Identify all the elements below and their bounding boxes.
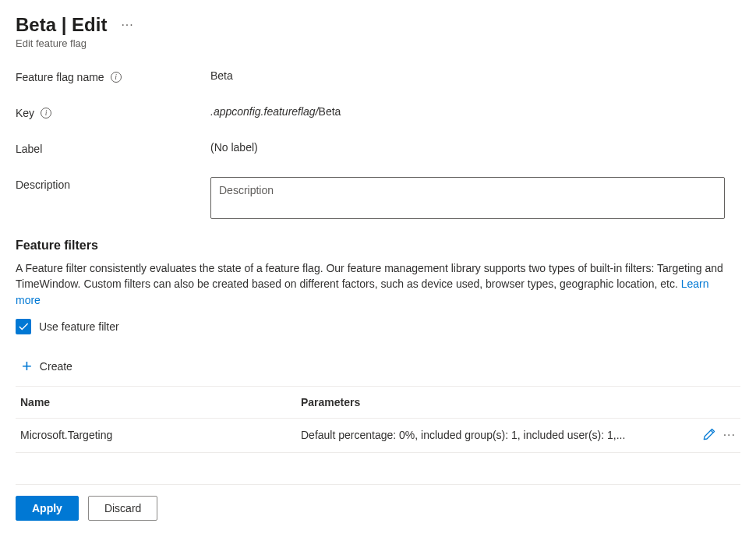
table-row[interactable]: Microsoft.Targeting Default percentage: … <box>16 418 740 452</box>
info-icon[interactable]: i <box>41 108 51 118</box>
flag-name-label: Feature flag name <box>16 71 104 83</box>
flag-name-value: Beta <box>210 69 740 82</box>
discard-button[interactable]: Discard <box>88 496 157 521</box>
check-icon <box>18 321 29 332</box>
create-label: Create <box>40 360 72 373</box>
col-header-parameters: Parameters <box>296 387 686 419</box>
info-icon[interactable]: i <box>111 72 122 83</box>
filter-name-cell: Microsoft.Targeting <box>16 418 296 452</box>
col-header-actions <box>686 387 740 419</box>
plus-icon: + <box>22 358 32 375</box>
filter-params-cell: Default percentage: 0%, included group(s… <box>296 418 686 452</box>
footer-bar: Apply Discard <box>16 484 740 532</box>
edit-icon[interactable] <box>703 428 715 443</box>
label-value: (No label) <box>210 141 740 154</box>
use-filter-label: Use feature filter <box>39 320 119 333</box>
filters-description: A Feature filter consistently evaluates … <box>16 260 733 308</box>
page-subtitle: Edit feature flag <box>16 37 740 49</box>
create-filter-button[interactable]: + Create <box>16 355 740 387</box>
apply-button[interactable]: Apply <box>16 496 79 521</box>
row-more-icon[interactable]: ··· <box>723 428 736 442</box>
key-value: .appconfig.featureflag/Beta <box>210 105 740 118</box>
filters-heading: Feature filters <box>16 239 740 253</box>
page-title: Beta | Edit <box>16 14 107 36</box>
key-label: Key <box>16 107 34 119</box>
col-header-name: Name <box>16 387 296 419</box>
more-menu-icon[interactable]: ··· <box>121 18 133 32</box>
label-label: Label <box>16 143 42 155</box>
description-input[interactable] <box>210 177 725 219</box>
description-label: Description <box>16 179 70 191</box>
use-filter-checkbox[interactable] <box>16 319 31 334</box>
